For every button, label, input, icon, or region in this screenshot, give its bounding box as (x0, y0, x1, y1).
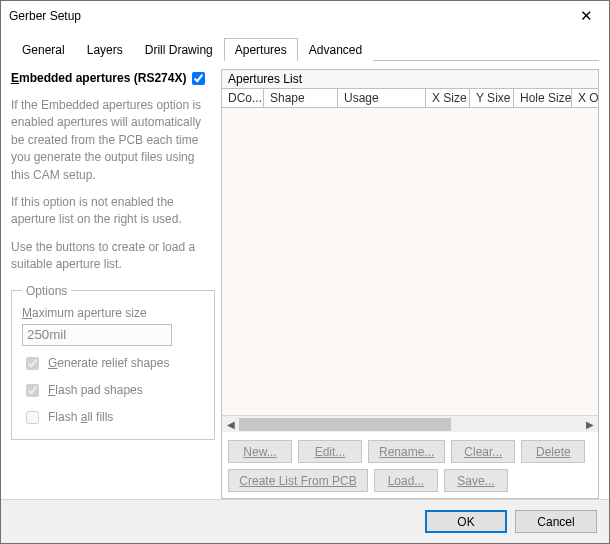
help-text-3: Use the buttons to create or load a suit… (11, 239, 215, 274)
close-button[interactable]: ✕ (563, 1, 609, 31)
scroll-right-button[interactable]: ▶ (581, 416, 598, 432)
titlebar: Gerber Setup ✕ (1, 1, 609, 31)
rename-button: Rename... (368, 440, 445, 463)
col-usage[interactable]: Usage (338, 89, 426, 107)
col-xo[interactable]: X O (572, 89, 598, 107)
tab-layers[interactable]: Layers (76, 38, 134, 61)
flash-pad-label: Flash pad shapes (48, 383, 143, 397)
tab-apertures[interactable]: Apertures (224, 38, 298, 61)
scroll-left-button[interactable]: ◀ (222, 416, 239, 432)
horizontal-scrollbar[interactable]: ◀ ▶ (222, 415, 598, 432)
options-group: Options Maximum aperture size Generate r… (11, 284, 215, 440)
tab-drill-drawing[interactable]: Drill Drawing (134, 38, 224, 61)
edit-button: Edit... (298, 440, 362, 463)
delete-button: Delete (521, 440, 585, 463)
generate-relief-label: Generate relief shapes (48, 356, 169, 370)
help-text-1: If the Embedded apertures option is enab… (11, 97, 215, 184)
scroll-thumb[interactable] (239, 418, 451, 431)
max-aperture-label: Maximum aperture size (22, 306, 204, 320)
new-button: New... (228, 440, 292, 463)
tab-general[interactable]: General (11, 38, 76, 61)
col-ysixe[interactable]: Y Sixe (470, 89, 514, 107)
chevron-left-icon: ◀ (227, 419, 235, 430)
scroll-track[interactable] (239, 416, 581, 432)
help-text-2: If this option is not enabled the apertu… (11, 194, 215, 229)
options-legend: Options (22, 284, 71, 298)
save-button: Save... (444, 469, 508, 492)
load-button: Load... (374, 469, 438, 492)
clear-button: Clear... (451, 440, 515, 463)
apertures-list-panel: Apertures List DCo... Shape Usage X Size… (221, 69, 599, 499)
window-title: Gerber Setup (9, 9, 81, 23)
col-dcode[interactable]: DCo... (222, 89, 264, 107)
col-holesize[interactable]: Hole Size (514, 89, 572, 107)
col-xsize[interactable]: X Size (426, 89, 470, 107)
grid-header: DCo... Shape Usage X Size Y Sixe Hole Si… (222, 89, 598, 108)
embedded-apertures-checkbox[interactable] (192, 72, 205, 85)
ok-button[interactable]: OK (425, 510, 507, 533)
close-icon: ✕ (580, 7, 593, 25)
flash-pad-checkbox (26, 384, 39, 397)
chevron-right-icon: ▶ (586, 419, 594, 430)
embedded-apertures-label: Embedded apertures (RS274X) (11, 71, 186, 85)
dialog-footer: OK Cancel (1, 499, 609, 543)
gerber-setup-dialog: Gerber Setup ✕ General Layers Drill Draw… (0, 0, 610, 544)
tabstrip: General Layers Drill Drawing Apertures A… (11, 37, 599, 61)
flash-all-fills-label: Flash all fills (48, 410, 113, 424)
tab-advanced[interactable]: Advanced (298, 38, 373, 61)
flash-all-fills-checkbox (26, 411, 39, 424)
col-shape[interactable]: Shape (264, 89, 338, 107)
create-list-button: Create List From PCB (228, 469, 368, 492)
cancel-button[interactable]: Cancel (515, 510, 597, 533)
grid-body (222, 108, 598, 415)
max-aperture-input (22, 324, 172, 346)
apertures-list-title: Apertures List (222, 70, 598, 89)
generate-relief-checkbox (26, 357, 39, 370)
